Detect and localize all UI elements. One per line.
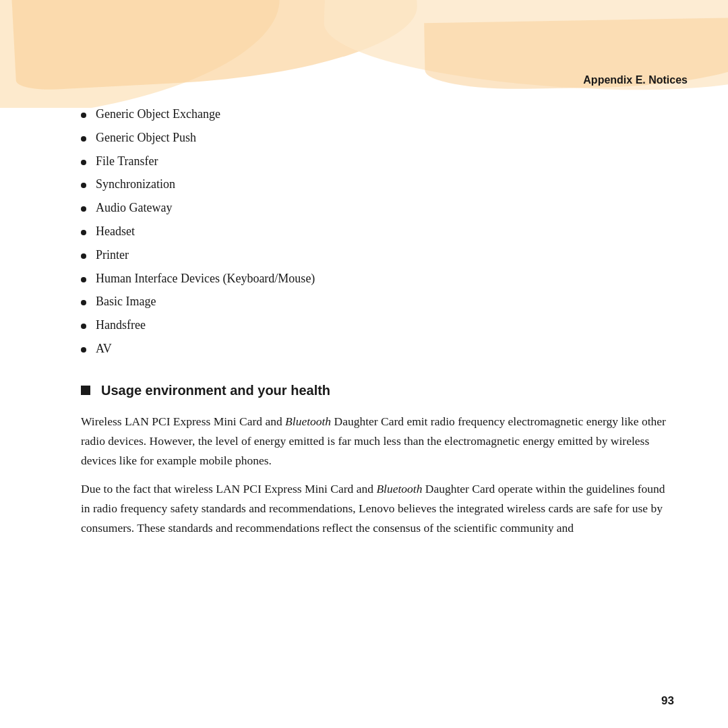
bullet-dot-icon <box>81 230 86 235</box>
list-item: Audio Gateway <box>81 198 674 218</box>
list-item: Generic Object Exchange <box>81 104 674 124</box>
main-content: Generic Object ExchangeGeneric Object Pu… <box>81 104 674 688</box>
bullet-dot-icon <box>81 206 86 212</box>
wave-1 <box>0 0 288 108</box>
bullet-dot-icon <box>81 277 86 282</box>
list-item-text: Basic Image <box>96 292 156 311</box>
list-item: Headset <box>81 222 674 241</box>
list-item-text: Human Interface Devices (Keyboard/Mouse) <box>96 269 315 289</box>
list-item: Basic Image <box>81 292 674 311</box>
list-item: AV <box>81 339 674 359</box>
list-item: Handsfree <box>81 315 674 335</box>
list-item: Human Interface Devices (Keyboard/Mouse) <box>81 269 674 289</box>
bullet-dot-icon <box>81 183 86 188</box>
list-item-text: Handsfree <box>96 315 146 335</box>
bullet-dot-icon <box>81 253 86 259</box>
list-item-text: Printer <box>96 245 129 265</box>
bullet-dot-icon <box>81 324 86 329</box>
wave-2 <box>11 0 421 92</box>
list-item-text: Headset <box>96 222 135 241</box>
header-decoration <box>0 0 728 108</box>
body-paragraph: Due to the fact that wireless LAN PCI Ex… <box>81 479 674 538</box>
paragraphs-container: Wireless LAN PCI Express Mini Card and B… <box>81 412 674 538</box>
bullet-dot-icon <box>81 136 86 142</box>
list-item: Synchronization <box>81 175 674 194</box>
list-item-text: File Transfer <box>96 152 158 171</box>
list-item-text: Generic Object Push <box>96 128 196 148</box>
page-header-title: Appendix E. Notices <box>583 74 688 86</box>
body-paragraph: Wireless LAN PCI Express Mini Card and B… <box>81 412 674 471</box>
bullet-dot-icon <box>81 113 86 118</box>
list-item-text: Audio Gateway <box>96 198 172 218</box>
bullet-dot-icon <box>81 347 86 353</box>
list-item-text: Synchronization <box>96 175 175 194</box>
section-heading-text: Usage environment and your health <box>101 383 330 398</box>
list-item: File Transfer <box>81 152 674 171</box>
heading-square-icon <box>81 386 90 395</box>
list-item: Printer <box>81 245 674 265</box>
list-item-text: AV <box>96 339 112 359</box>
bullet-dot-icon <box>81 160 86 165</box>
bullet-dot-icon <box>81 300 86 305</box>
list-item-text: Generic Object Exchange <box>96 104 220 124</box>
section-heading: Usage environment and your health <box>81 383 674 398</box>
page-number: 93 <box>661 694 674 708</box>
list-item: Generic Object Push <box>81 128 674 148</box>
bullet-list: Generic Object ExchangeGeneric Object Pu… <box>81 104 674 359</box>
